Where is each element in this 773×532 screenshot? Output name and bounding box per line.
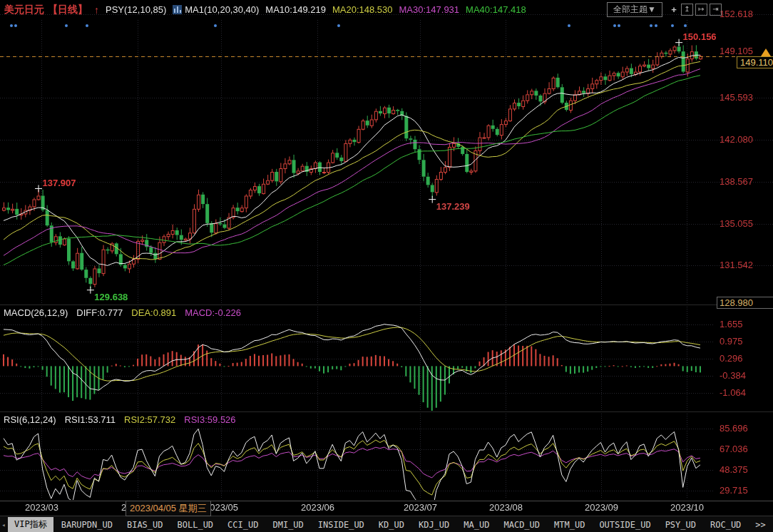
up-arrow-icon: ↑ — [94, 4, 99, 16]
macd-dea-value: DEA:0.891 — [131, 307, 176, 318]
price-axis-label: 135.055 — [720, 218, 753, 229]
tab-DMI_UD[interactable]: DMI_UD — [266, 518, 309, 531]
macd-macd-value: MACD:-0.226 — [185, 307, 241, 318]
date-label: 2023/03 — [25, 502, 58, 513]
indicator-tab-bar: ◂ VIP指标BARUPDN_UDBIAS_UDBOLL_UDCCI_UDDMI… — [0, 516, 773, 532]
extreme-price-label: 129.638 — [94, 292, 128, 302]
indicator-chart-icon — [173, 5, 182, 14]
tab-MA_UD[interactable]: MA_UD — [457, 518, 496, 531]
tab-KDJ_UD[interactable]: KDJ_UD — [412, 518, 456, 531]
tab-scroll-left[interactable]: ◂ — [0, 521, 7, 528]
period-label[interactable]: 【日线】 — [48, 4, 88, 16]
pane-divider — [0, 411, 773, 412]
rsi3-value: RSI3:59.526 — [184, 414, 235, 425]
rsi-axis-label: 67.036 — [720, 444, 748, 454]
toolbar: 美元日元 【日线】 ↑ PSY(12,10,85) MA1(10,20,30,4… — [0, 0, 773, 19]
date-label: 2023/08 — [489, 502, 523, 513]
tabs-more[interactable]: >> — [749, 518, 772, 531]
date-axis-line — [0, 501, 773, 501]
macd-axis-label: 0.296 — [720, 353, 743, 364]
macd-indicator-label[interactable]: MACD(26,12,9) — [4, 307, 68, 318]
macd-axis-label: -0.384 — [720, 370, 746, 381]
ma10-value: MA10:149.219 — [265, 4, 326, 15]
macd-axis-label: -1.064 — [720, 387, 746, 398]
ma20-value: MA20:148.530 — [332, 4, 393, 15]
symbol-name[interactable]: 美元日元 — [4, 4, 44, 16]
tab-KD_UD[interactable]: KD_UD — [372, 518, 411, 531]
date-label: 2023/07 — [404, 502, 437, 513]
toolbar-icon-group: + ↥ ↦ ⇥ — [669, 4, 722, 16]
tab-VIP指标[interactable]: VIP指标 — [8, 517, 53, 532]
price-axis-label: 142.080 — [720, 134, 753, 145]
extreme-price-label: 150.156 — [683, 31, 717, 42]
pane-up-icon[interactable]: ↥ — [681, 4, 693, 16]
rsi2-value: RSI2:57.732 — [124, 414, 175, 425]
price-axis-label: 145.593 — [720, 92, 753, 103]
ma40-value: MA40:147.418 — [466, 4, 526, 15]
rsi1-value: RSI1:53.711 — [65, 414, 116, 425]
tab-MTM_UD[interactable]: MTM_UD — [548, 518, 591, 531]
psy-indicator-label[interactable]: PSY(12,10,85) — [106, 4, 166, 15]
pane-min-price-box: 128.980 — [717, 297, 773, 309]
ma30-value: MA30:147.931 — [399, 4, 460, 15]
ma-group-label[interactable]: MA1(10,20,30,40) — [185, 4, 259, 15]
theme-select-button[interactable]: 全部主题▼ — [607, 2, 662, 17]
crosshair-icon[interactable]: + — [669, 4, 679, 15]
crosshair-date-tooltip: 2023/04/05 星期三 — [126, 501, 211, 516]
tab-BARUPDN_UD[interactable]: BARUPDN_UD — [55, 518, 119, 531]
date-label: 2023/10 — [670, 502, 704, 513]
extreme-price-label: 137.239 — [436, 201, 470, 212]
date-label: 2023/09 — [585, 502, 618, 513]
rsi-axis-label: 48.375 — [720, 464, 748, 475]
macd-diff-value: DIFF:0.777 — [76, 307, 123, 318]
rsi-header: RSI(6,12,24) RSI1:53.711 RSI2:57.732 RSI… — [4, 414, 236, 425]
chart-canvas[interactable] — [0, 0, 773, 532]
price-up-arrow-icon — [761, 48, 771, 56]
tab-PSY_UD[interactable]: PSY_UD — [659, 518, 702, 531]
rsi-indicator-label[interactable]: RSI(6,12,24) — [4, 414, 56, 425]
macd-header: MACD(26,12,9) DIFF:0.777 DEA:0.891 MACD:… — [4, 307, 241, 318]
pane-right-icon[interactable]: ↦ — [695, 4, 707, 16]
tab-MACD_UD[interactable]: MACD_UD — [497, 518, 546, 531]
trading-app-window: 美元日元 【日线】 ↑ PSY(12,10,85) MA1(10,20,30,4… — [0, 0, 773, 532]
tab-INSIDE_UD[interactable]: INSIDE_UD — [312, 518, 371, 531]
tab-BIAS_UD[interactable]: BIAS_UD — [121, 518, 170, 531]
rsi-axis-label: 85.696 — [720, 423, 748, 434]
tab-CCI_UD[interactable]: CCI_UD — [221, 518, 265, 531]
pop-out-icon[interactable]: ⇥ — [710, 4, 722, 16]
pane-divider — [0, 305, 773, 305]
tab-OUTSIDE_UD[interactable]: OUTSIDE_UD — [593, 518, 657, 531]
rsi-axis-label: 29.715 — [720, 485, 748, 496]
date-label: 2023/06 — [301, 502, 334, 513]
extreme-price-label: 137.907 — [43, 178, 76, 188]
tab-ROC_UD[interactable]: ROC_UD — [704, 518, 747, 531]
price-axis-label: 138.567 — [720, 176, 753, 187]
current-price-box: 149.110 — [737, 56, 773, 68]
macd-axis-label: 0.975 — [720, 336, 743, 347]
price-axis-label: 149.105 — [720, 46, 753, 56]
price-axis-label: 131.542 — [720, 260, 753, 270]
tab-BOLL_UD[interactable]: BOLL_UD — [171, 518, 220, 531]
macd-axis-label: 1.655 — [720, 319, 743, 329]
